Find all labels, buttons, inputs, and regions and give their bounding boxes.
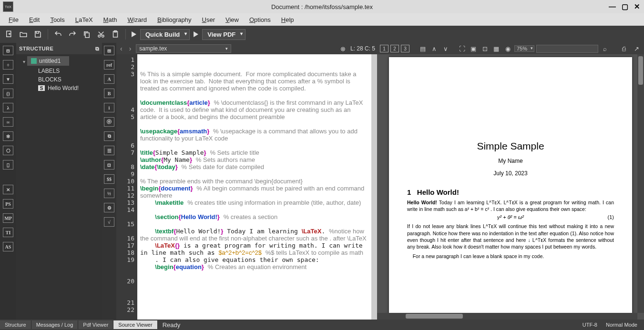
status-tab-sourceviewer[interactable]: Source Viewer: [113, 320, 157, 329]
save-button[interactable]: [31, 28, 44, 40]
symbol-button[interactable]: ⎔: [3, 146, 13, 155]
new-file-button[interactable]: [3, 28, 15, 40]
run-build-button[interactable]: [132, 31, 136, 37]
structure-header: STRUCTURE ⧉: [16, 43, 102, 54]
pdf-hscrollbar[interactable]: [377, 313, 637, 320]
undo-button[interactable]: [52, 28, 64, 40]
print-icon[interactable]: ⎙: [619, 44, 629, 53]
cut-button[interactable]: [95, 28, 107, 40]
symbol-button[interactable]: λ: [3, 103, 13, 112]
preview-toolbar: 1 2 3 ▤ ∧ ∨ ⛶ ▣ ⊡ ▦ ◉ 75% ⌕ ⎙ ↗: [377, 43, 644, 54]
editor-tool-button[interactable]: B: [104, 89, 114, 98]
symbol-button[interactable]: ∞: [3, 117, 13, 127]
status-mode[interactable]: Normal Mode: [606, 322, 637, 328]
open-file-button[interactable]: [17, 28, 30, 40]
run-view-button[interactable]: [194, 31, 198, 37]
editor-tool-button[interactable]: ☰: [104, 146, 114, 155]
symbol-button[interactable]: ⊟: [3, 46, 13, 55]
status-tab-pdfviewer[interactable]: Pdf Viewer: [78, 320, 113, 329]
editor-tool-button[interactable]: $$: [104, 174, 114, 184]
fit-width-icon[interactable]: ⛶: [457, 44, 467, 53]
redo-button[interactable]: [66, 28, 79, 40]
symbol-button[interactable]: AS: [3, 242, 13, 251]
tree-labels[interactable]: LABELS: [16, 67, 102, 75]
zoom-area-icon[interactable]: ⊡: [480, 44, 490, 53]
menu-options[interactable]: Options: [245, 15, 276, 25]
symbol-button[interactable]: PS: [3, 199, 13, 209]
presentation-icon[interactable]: ◉: [503, 44, 512, 53]
status-tab-messages[interactable]: Messages / Log: [31, 320, 79, 329]
editor-tool-button[interactable]: i: [104, 103, 114, 112]
symbol-button[interactable]: ⌷: [3, 160, 13, 170]
editor-column: ‹ › sample.tex▾ ⊗ L: 28 C: 5 1 2 3 4 5 6…: [116, 43, 377, 320]
view-dropdown[interactable]: View PDF: [202, 29, 245, 40]
page-layout-icon[interactable]: ▤: [418, 44, 428, 53]
next-page-button[interactable]: ∨: [441, 44, 450, 53]
menu-latex[interactable]: LaTeX: [71, 15, 98, 25]
external-viewer-icon[interactable]: ↗: [632, 44, 641, 53]
close-button[interactable]: ✕: [634, 2, 640, 11]
menu-help[interactable]: Help: [276, 15, 299, 25]
menu-view[interactable]: View: [221, 15, 244, 25]
page-2-button[interactable]: 2: [390, 45, 399, 52]
editor-tool-button[interactable]: √: [104, 217, 114, 227]
zoom-dropdown[interactable]: 75%: [514, 45, 534, 52]
editor-tool-button[interactable]: ½: [104, 189, 114, 198]
menu-bibliography[interactable]: Bibliography: [153, 15, 196, 25]
pdf-search-input[interactable]: [536, 45, 598, 53]
window-title: Document : /home/itsfoss/sample.tex: [271, 3, 373, 10]
code-editor[interactable]: % This is a simple sample document. For …: [137, 54, 371, 320]
nav-back-button[interactable]: ‹: [118, 45, 124, 52]
prev-page-button[interactable]: ∧: [429, 44, 439, 53]
tree-blocks[interactable]: BLOCKS: [16, 75, 102, 84]
menu-tools[interactable]: Tools: [45, 15, 69, 25]
menu-math[interactable]: Math: [99, 15, 122, 25]
detach-icon[interactable]: ⧉: [95, 46, 100, 52]
pdf-surface[interactable]: 1 Simple Sample My Name July 10, 2023 1 …: [377, 54, 644, 320]
editor-tool-button[interactable]: A: [104, 74, 114, 84]
tree-section[interactable]: S Hello World!: [16, 84, 102, 92]
editor-scrollbar[interactable]: [371, 54, 377, 320]
nav-fwd-button[interactable]: ›: [127, 45, 133, 52]
editor-tool-button[interactable]: ref: [104, 60, 114, 70]
symbol-button[interactable]: ▼: [3, 74, 13, 84]
paste-button[interactable]: [109, 28, 122, 40]
page-3-button[interactable]: 3: [401, 45, 409, 52]
menu-edit[interactable]: Edit: [24, 15, 44, 25]
structure-tab[interactable]: untitled1: [27, 56, 69, 66]
editor-tool-button[interactable]: ⊞: [104, 46, 114, 55]
editor-tool-button[interactable]: ⧉: [104, 131, 114, 141]
editor-body: 1 2 3 4 5 6 7 8 9 10 11 12 13 14 15 16 1…: [116, 54, 377, 320]
menu-user[interactable]: User: [197, 15, 220, 25]
menu-file[interactable]: File: [4, 15, 23, 25]
editor-tool-button[interactable]: ⓔ: [104, 117, 114, 127]
minimize-button[interactable]: —: [609, 2, 616, 11]
symbol-button[interactable]: TI: [3, 228, 13, 237]
editor-tool-button[interactable]: ⚙: [104, 203, 114, 212]
status-tab-structure[interactable]: Structure: [0, 320, 31, 329]
pdf-vscrollbar[interactable]: [637, 54, 644, 313]
page-1-button[interactable]: 1: [380, 45, 388, 52]
pdf-page: 1 Simple Sample My Name July 10, 2023 1 …: [389, 57, 632, 320]
symbol-button[interactable]: {}: [3, 89, 13, 98]
section-icon: S: [38, 85, 45, 91]
symbol-button[interactable]: ÷: [3, 60, 13, 70]
search-icon[interactable]: ⌕: [600, 44, 610, 53]
structure-tree[interactable]: ▾ untitled1 LABELS BLOCKS S Hello World!: [16, 54, 102, 320]
editor-tool-button[interactable]: ⊡: [104, 160, 114, 170]
status-encoding[interactable]: UTF-8: [583, 322, 597, 328]
copy-button[interactable]: [81, 28, 93, 40]
build-dropdown[interactable]: Quick Build: [140, 29, 190, 40]
tree-collapse-icon[interactable]: ▾: [23, 59, 25, 64]
maximize-button[interactable]: ▢: [622, 2, 628, 11]
file-icon: [31, 58, 37, 64]
symbol-button[interactable]: ✻: [3, 131, 13, 141]
fit-page-icon[interactable]: ▣: [469, 44, 478, 53]
zoom-actual-icon[interactable]: ▦: [491, 44, 501, 53]
file-selector[interactable]: sample.tex▾: [136, 44, 231, 53]
app-logo: TᴇX: [3, 1, 13, 12]
symbol-button[interactable]: MP: [3, 213, 13, 223]
menu-wizard[interactable]: Wizard: [123, 15, 152, 25]
close-doc-icon[interactable]: ⊗: [340, 45, 346, 52]
symbol-button[interactable]: ✕: [3, 185, 13, 194]
